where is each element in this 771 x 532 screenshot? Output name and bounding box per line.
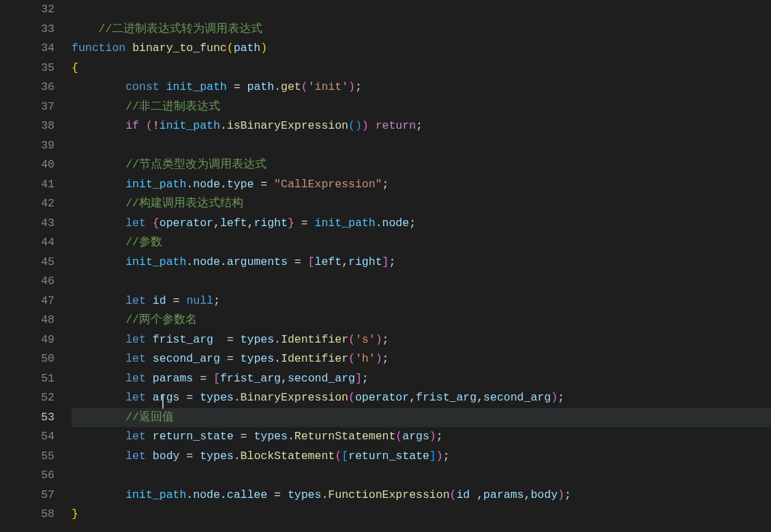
- code-token: }: [72, 507, 78, 520]
- code-token: ,: [213, 217, 220, 230]
- code-token: init_path: [166, 80, 227, 93]
- code-token: =: [200, 372, 207, 385]
- code-token: frist_arg: [220, 372, 281, 385]
- code-line[interactable]: //参数: [72, 233, 771, 253]
- line-number: 58: [14, 505, 55, 525]
- code-token: right: [348, 255, 382, 268]
- code-token: ]: [429, 450, 436, 463]
- code-token: "CallExpression": [274, 178, 382, 191]
- code-token: 'init': [308, 80, 348, 93]
- code-token: .: [234, 391, 241, 404]
- code-token: [254, 178, 260, 191]
- code-line[interactable]: init_path.node.type = "CallExpression";: [72, 175, 771, 195]
- code-token: [207, 372, 213, 385]
- code-line[interactable]: let second_arg = types.Identifier('h');: [72, 349, 771, 369]
- code-token: let: [125, 391, 146, 404]
- code-token: [234, 430, 241, 443]
- code-token: (: [301, 80, 308, 93]
- code-line[interactable]: //构建调用表达式结构: [72, 194, 771, 214]
- code-line[interactable]: //返回值: [72, 408, 771, 428]
- code-token: .: [220, 488, 227, 501]
- code-token: [220, 352, 227, 365]
- code-token: }: [288, 217, 294, 230]
- code-token: binary_to_func: [132, 42, 227, 54]
- code-token: =: [260, 178, 267, 191]
- code-token: //构建调用表达式结构: [125, 197, 243, 210]
- code-line[interactable]: //节点类型改为调用表达式: [72, 155, 771, 175]
- code-token: ]: [355, 372, 362, 385]
- line-number: 33: [14, 20, 55, 40]
- code-token: [241, 80, 247, 93]
- code-line[interactable]: //非二进制表达式: [72, 97, 771, 117]
- code-line[interactable]: }: [72, 505, 771, 525]
- line-number: 38: [14, 116, 55, 136]
- line-number: 48: [14, 311, 55, 330]
- line-number: 41: [14, 175, 55, 195]
- code-token: .: [376, 217, 382, 230]
- code-token: let: [125, 217, 146, 230]
- code-token: [179, 391, 186, 404]
- code-token: ): [376, 352, 382, 365]
- code-token: [146, 294, 153, 307]
- code-line[interactable]: [72, 272, 771, 292]
- code-line[interactable]: //二进制表达式转为调用表达式: [72, 20, 771, 40]
- code-token: //非二进制表达式: [125, 100, 220, 113]
- code-line[interactable]: const init_path = path.get('init');: [72, 78, 771, 97]
- code-line[interactable]: [72, 466, 771, 486]
- code-token: node: [382, 217, 410, 230]
- code-token: [247, 430, 254, 443]
- code-token: (: [227, 42, 234, 54]
- code-line[interactable]: let args = types.BinaryExpression(operat…: [72, 388, 771, 408]
- code-token: ;: [436, 430, 443, 443]
- code-token: (: [335, 450, 342, 463]
- code-token: .: [186, 255, 193, 268]
- code-token: let: [125, 333, 146, 346]
- line-number: 34: [14, 39, 55, 59]
- code-token: [146, 430, 153, 443]
- code-token: [193, 391, 200, 404]
- code-line[interactable]: let frist_arg = types.Identifier('s');: [72, 330, 771, 350]
- code-token: ,: [409, 391, 416, 404]
- code-token: let: [125, 450, 146, 463]
- code-token: =: [227, 352, 234, 365]
- code-token: ): [558, 488, 564, 501]
- code-token: types: [200, 450, 234, 463]
- code-line[interactable]: init_path.node.callee = types.FunctionEx…: [72, 486, 771, 505]
- code-token: !: [153, 119, 160, 132]
- code-editor[interactable]: 3233343536373839404142434445464748495051…: [0, 0, 771, 532]
- code-token: path: [247, 80, 274, 93]
- line-number: 49: [14, 330, 55, 350]
- code-line[interactable]: {: [72, 59, 771, 78]
- code-line[interactable]: let params = [frist_arg,second_arg];: [72, 369, 771, 389]
- code-line[interactable]: let body = types.BlockStatement([return_…: [72, 447, 771, 467]
- code-line[interactable]: let return_state = types.ReturnStatement…: [72, 427, 771, 447]
- code-token: node: [193, 255, 220, 268]
- code-token: [146, 217, 153, 230]
- code-token: .: [288, 430, 294, 443]
- code-token: ): [362, 119, 369, 132]
- code-token: params: [153, 372, 193, 385]
- code-token: [125, 42, 132, 54]
- code-token: ,: [477, 391, 483, 404]
- code-line[interactable]: function binary_to_func(path): [72, 39, 771, 59]
- code-line[interactable]: //两个参数名: [72, 311, 771, 330]
- line-number: 56: [14, 466, 55, 486]
- code-line[interactable]: let id = null;: [72, 292, 771, 311]
- code-line[interactable]: if (!init_path.isBinaryExpression()) ret…: [72, 116, 771, 136]
- code-token: ,: [470, 488, 483, 501]
- code-token: path: [234, 42, 261, 54]
- code-token: [234, 333, 241, 346]
- code-line[interactable]: [72, 0, 771, 20]
- code-token: FunctionExpression: [328, 488, 449, 501]
- code-content-area[interactable]: //二进制表达式转为调用表达式function binary_to_func(p…: [72, 0, 771, 532]
- code-token: [227, 80, 234, 93]
- line-number: 42: [14, 194, 55, 214]
- code-line[interactable]: init_path.node.arguments = [left,right];: [72, 253, 771, 272]
- code-token: ;: [409, 217, 416, 230]
- code-line[interactable]: [72, 136, 771, 156]
- line-number: 57: [14, 486, 55, 505]
- code-line[interactable]: let {operator,left,right} = init_path.no…: [72, 214, 771, 234]
- code-token: ): [436, 450, 443, 463]
- code-token: [301, 255, 308, 268]
- code-token: [146, 333, 153, 346]
